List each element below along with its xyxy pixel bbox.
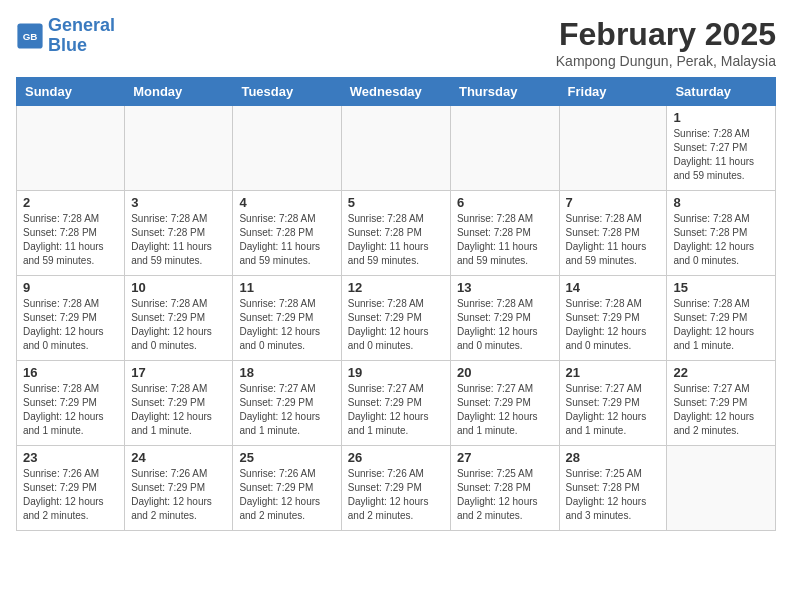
header: GB General Blue February 2025 Kampong Du…	[16, 16, 776, 69]
svg-text:GB: GB	[23, 31, 38, 42]
day-number: 21	[566, 365, 661, 380]
calendar-cell: 25Sunrise: 7:26 AM Sunset: 7:29 PM Dayli…	[233, 446, 341, 531]
calendar-cell: 23Sunrise: 7:26 AM Sunset: 7:29 PM Dayli…	[17, 446, 125, 531]
day-number: 28	[566, 450, 661, 465]
day-info: Sunrise: 7:27 AM Sunset: 7:29 PM Dayligh…	[457, 382, 553, 438]
day-info: Sunrise: 7:28 AM Sunset: 7:29 PM Dayligh…	[131, 382, 226, 438]
title-area: February 2025 Kampong Dungun, Perak, Mal…	[556, 16, 776, 69]
logo-icon: GB	[16, 22, 44, 50]
day-number: 25	[239, 450, 334, 465]
day-number: 1	[673, 110, 769, 125]
calendar-cell: 5Sunrise: 7:28 AM Sunset: 7:28 PM Daylig…	[341, 191, 450, 276]
day-number: 19	[348, 365, 444, 380]
day-info: Sunrise: 7:28 AM Sunset: 7:28 PM Dayligh…	[131, 212, 226, 268]
day-info: Sunrise: 7:26 AM Sunset: 7:29 PM Dayligh…	[23, 467, 118, 523]
logo-text: General Blue	[48, 16, 115, 56]
day-info: Sunrise: 7:28 AM Sunset: 7:28 PM Dayligh…	[239, 212, 334, 268]
calendar-cell: 11Sunrise: 7:28 AM Sunset: 7:29 PM Dayli…	[233, 276, 341, 361]
day-info: Sunrise: 7:28 AM Sunset: 7:29 PM Dayligh…	[131, 297, 226, 353]
calendar-cell	[233, 106, 341, 191]
calendar-cell	[125, 106, 233, 191]
calendar-cell: 17Sunrise: 7:28 AM Sunset: 7:29 PM Dayli…	[125, 361, 233, 446]
calendar-cell: 19Sunrise: 7:27 AM Sunset: 7:29 PM Dayli…	[341, 361, 450, 446]
calendar-cell	[450, 106, 559, 191]
day-number: 15	[673, 280, 769, 295]
day-number: 26	[348, 450, 444, 465]
calendar-cell: 20Sunrise: 7:27 AM Sunset: 7:29 PM Dayli…	[450, 361, 559, 446]
calendar-cell: 27Sunrise: 7:25 AM Sunset: 7:28 PM Dayli…	[450, 446, 559, 531]
day-info: Sunrise: 7:26 AM Sunset: 7:29 PM Dayligh…	[348, 467, 444, 523]
calendar-cell: 4Sunrise: 7:28 AM Sunset: 7:28 PM Daylig…	[233, 191, 341, 276]
weekday-header-friday: Friday	[559, 78, 667, 106]
calendar-cell: 9Sunrise: 7:28 AM Sunset: 7:29 PM Daylig…	[17, 276, 125, 361]
day-number: 24	[131, 450, 226, 465]
day-number: 22	[673, 365, 769, 380]
day-number: 27	[457, 450, 553, 465]
day-number: 18	[239, 365, 334, 380]
calendar-cell: 13Sunrise: 7:28 AM Sunset: 7:29 PM Dayli…	[450, 276, 559, 361]
calendar-cell: 18Sunrise: 7:27 AM Sunset: 7:29 PM Dayli…	[233, 361, 341, 446]
calendar-cell	[341, 106, 450, 191]
calendar-cell: 10Sunrise: 7:28 AM Sunset: 7:29 PM Dayli…	[125, 276, 233, 361]
day-number: 23	[23, 450, 118, 465]
calendar-cell: 12Sunrise: 7:28 AM Sunset: 7:29 PM Dayli…	[341, 276, 450, 361]
day-info: Sunrise: 7:28 AM Sunset: 7:29 PM Dayligh…	[239, 297, 334, 353]
calendar-cell: 22Sunrise: 7:27 AM Sunset: 7:29 PM Dayli…	[667, 361, 776, 446]
day-info: Sunrise: 7:25 AM Sunset: 7:28 PM Dayligh…	[566, 467, 661, 523]
day-number: 10	[131, 280, 226, 295]
day-info: Sunrise: 7:28 AM Sunset: 7:28 PM Dayligh…	[457, 212, 553, 268]
calendar-cell: 14Sunrise: 7:28 AM Sunset: 7:29 PM Dayli…	[559, 276, 667, 361]
week-row-3: 9Sunrise: 7:28 AM Sunset: 7:29 PM Daylig…	[17, 276, 776, 361]
day-number: 5	[348, 195, 444, 210]
calendar-cell: 1Sunrise: 7:28 AM Sunset: 7:27 PM Daylig…	[667, 106, 776, 191]
day-number: 7	[566, 195, 661, 210]
day-number: 17	[131, 365, 226, 380]
day-info: Sunrise: 7:28 AM Sunset: 7:29 PM Dayligh…	[457, 297, 553, 353]
day-number: 2	[23, 195, 118, 210]
weekday-header-wednesday: Wednesday	[341, 78, 450, 106]
calendar-cell: 21Sunrise: 7:27 AM Sunset: 7:29 PM Dayli…	[559, 361, 667, 446]
day-info: Sunrise: 7:28 AM Sunset: 7:29 PM Dayligh…	[566, 297, 661, 353]
day-number: 16	[23, 365, 118, 380]
day-info: Sunrise: 7:27 AM Sunset: 7:29 PM Dayligh…	[566, 382, 661, 438]
week-row-5: 23Sunrise: 7:26 AM Sunset: 7:29 PM Dayli…	[17, 446, 776, 531]
month-title: February 2025	[556, 16, 776, 53]
calendar-cell	[17, 106, 125, 191]
day-number: 9	[23, 280, 118, 295]
day-info: Sunrise: 7:26 AM Sunset: 7:29 PM Dayligh…	[131, 467, 226, 523]
day-info: Sunrise: 7:28 AM Sunset: 7:27 PM Dayligh…	[673, 127, 769, 183]
week-row-1: 1Sunrise: 7:28 AM Sunset: 7:27 PM Daylig…	[17, 106, 776, 191]
calendar-cell	[559, 106, 667, 191]
weekday-header-saturday: Saturday	[667, 78, 776, 106]
day-number: 11	[239, 280, 334, 295]
day-info: Sunrise: 7:28 AM Sunset: 7:29 PM Dayligh…	[23, 382, 118, 438]
day-number: 3	[131, 195, 226, 210]
weekday-header-sunday: Sunday	[17, 78, 125, 106]
day-number: 6	[457, 195, 553, 210]
week-row-2: 2Sunrise: 7:28 AM Sunset: 7:28 PM Daylig…	[17, 191, 776, 276]
day-info: Sunrise: 7:28 AM Sunset: 7:28 PM Dayligh…	[23, 212, 118, 268]
calendar-table: SundayMondayTuesdayWednesdayThursdayFrid…	[16, 77, 776, 531]
calendar-cell	[667, 446, 776, 531]
day-info: Sunrise: 7:28 AM Sunset: 7:28 PM Dayligh…	[348, 212, 444, 268]
day-info: Sunrise: 7:28 AM Sunset: 7:28 PM Dayligh…	[566, 212, 661, 268]
calendar-cell: 8Sunrise: 7:28 AM Sunset: 7:28 PM Daylig…	[667, 191, 776, 276]
calendar-cell: 26Sunrise: 7:26 AM Sunset: 7:29 PM Dayli…	[341, 446, 450, 531]
calendar-cell: 16Sunrise: 7:28 AM Sunset: 7:29 PM Dayli…	[17, 361, 125, 446]
day-info: Sunrise: 7:27 AM Sunset: 7:29 PM Dayligh…	[348, 382, 444, 438]
calendar-cell: 7Sunrise: 7:28 AM Sunset: 7:28 PM Daylig…	[559, 191, 667, 276]
calendar-cell: 15Sunrise: 7:28 AM Sunset: 7:29 PM Dayli…	[667, 276, 776, 361]
day-info: Sunrise: 7:25 AM Sunset: 7:28 PM Dayligh…	[457, 467, 553, 523]
weekday-header-tuesday: Tuesday	[233, 78, 341, 106]
day-number: 12	[348, 280, 444, 295]
day-info: Sunrise: 7:28 AM Sunset: 7:29 PM Dayligh…	[23, 297, 118, 353]
calendar-cell: 6Sunrise: 7:28 AM Sunset: 7:28 PM Daylig…	[450, 191, 559, 276]
day-number: 14	[566, 280, 661, 295]
week-row-4: 16Sunrise: 7:28 AM Sunset: 7:29 PM Dayli…	[17, 361, 776, 446]
logo: GB General Blue	[16, 16, 115, 56]
day-info: Sunrise: 7:26 AM Sunset: 7:29 PM Dayligh…	[239, 467, 334, 523]
day-number: 4	[239, 195, 334, 210]
day-info: Sunrise: 7:27 AM Sunset: 7:29 PM Dayligh…	[239, 382, 334, 438]
day-number: 20	[457, 365, 553, 380]
weekday-header-thursday: Thursday	[450, 78, 559, 106]
